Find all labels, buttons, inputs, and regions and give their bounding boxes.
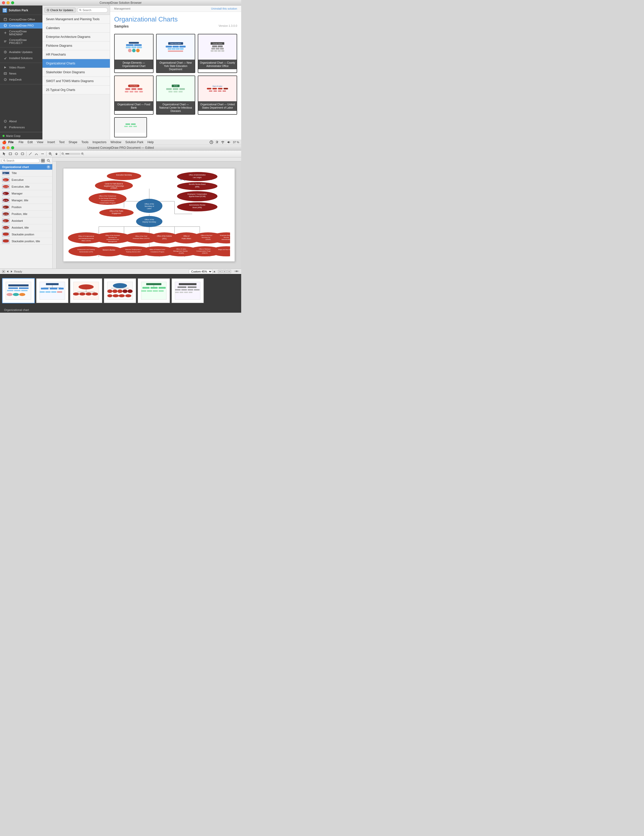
sidebar-item-video[interactable]: Video Room: [0, 64, 42, 70]
pro-close-button[interactable]: [2, 146, 5, 149]
help-menu[interactable]: Help: [145, 140, 156, 144]
pro-toolbar: [0, 150, 241, 157]
film-thumb-1[interactable]: [2, 278, 35, 303]
solution-park-menu[interactable]: Solution Park: [123, 140, 145, 144]
hand-tool-btn[interactable]: [54, 151, 59, 157]
sample-card-0[interactable]: Design Elements — Organizational Chart: [114, 34, 153, 73]
film-thumb-4[interactable]: [104, 278, 136, 303]
sidebar-item-project[interactable]: ConceptDraw PROJECT: [0, 37, 42, 46]
scroll-thumb[interactable]: [234, 270, 239, 273]
film-thumb-6[interactable]: [171, 278, 204, 303]
maximize-button[interactable]: [11, 1, 14, 4]
panel-item-executive-title[interactable]: Exec,Title Executive, title: [0, 183, 52, 190]
panel-close-button[interactable]: ✕: [47, 165, 50, 169]
panel-item-assistant-title[interactable]: Asst,Title Assistant, title: [0, 224, 52, 231]
svg-text:(OASP): (OASP): [205, 239, 210, 240]
shape-menu[interactable]: Shape: [67, 140, 80, 144]
svg-text:Title: Title: [3, 173, 6, 174]
prev-page-icon[interactable]: [6, 270, 9, 273]
nav-item-8[interactable]: 25 Typical Org Charts: [42, 86, 110, 95]
zoom-select[interactable]: Custom 45%: [189, 269, 212, 274]
search-input[interactable]: [83, 8, 106, 11]
panel-search-btn[interactable]: [46, 158, 51, 163]
status-bar-items: 37 %: [210, 140, 239, 144]
sidebar-item-installed[interactable]: Installed Solutions: [0, 55, 42, 61]
sidebar-item-office[interactable]: ConceptDraw Office: [0, 16, 42, 23]
sample-preview-6: [115, 118, 147, 133]
connect-tool-btn[interactable]: [40, 151, 45, 157]
sidebar-item-about[interactable]: i About: [0, 118, 42, 124]
help-icon: ?: [3, 78, 7, 81]
rect-tool-btn[interactable]: [8, 151, 13, 157]
panel-item-executive[interactable]: Exec Executive: [0, 176, 52, 183]
zoom-out-icon: [61, 152, 64, 155]
view-btn-2[interactable]: ▪: [222, 270, 227, 273]
view-btn-1[interactable]: ▪: [218, 270, 222, 273]
zoom-stepper-icon[interactable]: [213, 270, 216, 273]
select-tool-btn[interactable]: [2, 151, 7, 157]
sidebar-item-mindmap[interactable]: ConceptDraw MINDMAP: [0, 29, 42, 37]
close-button[interactable]: [2, 1, 5, 4]
sample-card-6[interactable]: [114, 117, 147, 137]
nav-item-1[interactable]: Calendars: [42, 24, 110, 33]
panel-item-assistant[interactable]: Asst Assistant: [0, 217, 52, 224]
nav-item-5[interactable]: Organizational Charts: [42, 59, 110, 68]
sample-card-4[interactable]: NCID: [156, 75, 196, 115]
svg-line-41: [51, 155, 52, 155]
nav-item-6[interactable]: Stakeholder Onion Diagrams: [42, 68, 110, 77]
view-menu[interactable]: View: [35, 140, 46, 144]
view-btn-3[interactable]: ▪: [227, 270, 231, 273]
tools-menu[interactable]: Tools: [79, 140, 90, 144]
pro-minimize-button[interactable]: [7, 146, 10, 149]
panel-grid-view-btn[interactable]: [41, 158, 45, 163]
sample-card-2[interactable]: County Admin: [198, 34, 237, 73]
inspectors-menu[interactable]: Inspectors: [90, 140, 108, 144]
minimize-button[interactable]: [7, 1, 10, 4]
nav-item-3[interactable]: Fishbone Diagrams: [42, 41, 110, 50]
svg-rect-238: [147, 290, 152, 292]
sample-card-3[interactable]: Food Bank: [114, 75, 153, 115]
nav-item-4[interactable]: HR Flowcharts: [42, 50, 110, 59]
ellipse-tool-btn[interactable]: [14, 151, 19, 157]
zoom-in-btn[interactable]: [47, 151, 53, 157]
panel-item-manager-title[interactable]: Mgr,Title Manager, title: [0, 197, 52, 204]
sidebar-item-helpdesk[interactable]: ? HelpDesk: [0, 77, 42, 83]
nav-item-7[interactable]: SWOT and TOWS Matrix Diagrams: [42, 77, 110, 86]
text-menu[interactable]: Text: [57, 140, 67, 144]
window-menu[interactable]: Window: [109, 140, 124, 144]
sidebar-item-updates[interactable]: Available Updates: [0, 49, 42, 55]
play-btn-icon[interactable]: [2, 270, 5, 273]
panel-item-title[interactable]: Title Title: [0, 170, 52, 176]
film-thumb-5[interactable]: [137, 278, 170, 303]
panel-item-position-title[interactable]: Pos,Title Position, title: [0, 211, 52, 217]
sidebar-item-news[interactable]: News: [0, 70, 42, 77]
sample-card-5[interactable]: Dept of Labor: [198, 75, 237, 115]
panel-item-stackable-title[interactable]: Stackable position, title: [0, 238, 52, 245]
drawing-canvas[interactable]: United States Department of Labor: [57, 162, 241, 268]
film-thumb-3[interactable]: [70, 278, 103, 303]
sidebar-item-preferences[interactable]: Preferences: [0, 124, 42, 130]
svg-line-31: [216, 142, 217, 143]
rounded-rect-btn[interactable]: [20, 151, 25, 157]
next-page-icon[interactable]: [10, 270, 13, 273]
sidebar-item-pro[interactable]: P ConceptDraw PRO: [0, 23, 42, 29]
app-name-menu[interactable]: File: [8, 140, 14, 144]
curve-tool-btn[interactable]: [34, 151, 39, 157]
panel-item-position[interactable]: Pos Position: [0, 204, 52, 211]
panel-item-stackable[interactable]: Stackable position: [0, 231, 52, 238]
panel-search-input[interactable]: [6, 159, 38, 162]
nav-item-0[interactable]: Seven Management and Planning Tools: [42, 15, 110, 24]
edit-menu[interactable]: Edit: [26, 140, 35, 144]
sample-card-1[interactable]: State Education: [156, 34, 196, 73]
panel-item-manager[interactable]: Mgr Manager: [0, 190, 52, 197]
insert-menu[interactable]: Insert: [46, 140, 57, 144]
apple-menu[interactable]: 🍎: [2, 140, 6, 144]
solution-park-logo[interactable]: Solution Park: [0, 6, 42, 15]
uninstall-link[interactable]: Uninstall this solution: [211, 7, 237, 10]
line-tool-btn[interactable]: [28, 151, 33, 157]
film-thumb-2[interactable]: [36, 278, 69, 303]
nav-item-2[interactable]: Enterprise Architecture Diagrams: [42, 33, 110, 41]
file-menu[interactable]: File: [17, 140, 26, 144]
check-updates-button[interactable]: Check for Updates: [44, 8, 75, 13]
pro-maximize-button[interactable]: [11, 146, 14, 149]
